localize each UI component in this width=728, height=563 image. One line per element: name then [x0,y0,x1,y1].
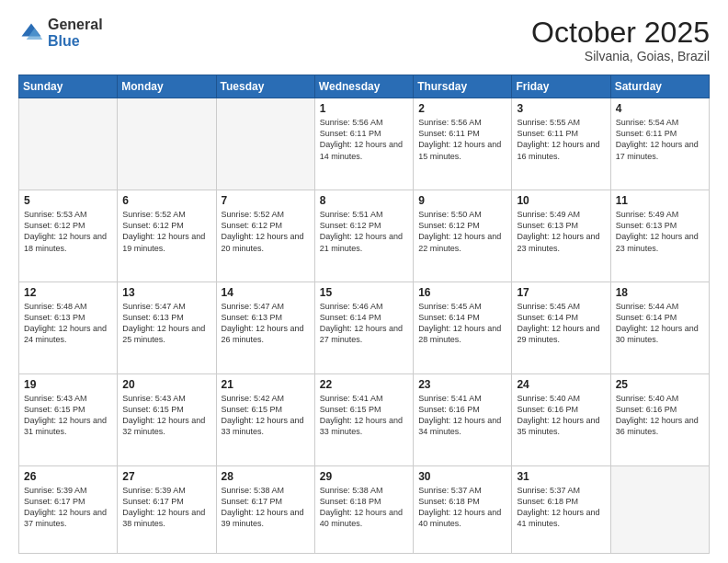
day-info: Sunrise: 5:40 AM Sunset: 6:16 PM Dayligh… [616,393,704,438]
calendar-cell: 9Sunrise: 5:50 AM Sunset: 6:12 PM Daylig… [414,190,512,282]
calendar-cell: 6Sunrise: 5:52 AM Sunset: 6:12 PM Daylig… [118,190,216,282]
col-wednesday: Wednesday [314,75,413,98]
day-number: 14 [222,286,310,299]
day-info: Sunrise: 5:41 AM Sunset: 6:16 PM Dayligh… [418,393,506,438]
day-info: Sunrise: 5:43 AM Sunset: 6:15 PM Dayligh… [24,393,112,438]
logo: General Blue [18,17,103,49]
day-number: 30 [418,470,506,483]
day-info: Sunrise: 5:46 AM Sunset: 6:14 PM Dayligh… [320,301,408,346]
day-info: Sunrise: 5:45 AM Sunset: 6:14 PM Dayligh… [517,301,605,346]
day-number: 29 [320,470,408,483]
day-info: Sunrise: 5:52 AM Sunset: 6:12 PM Dayligh… [122,209,210,254]
day-number: 11 [616,194,704,207]
day-number: 15 [320,286,408,299]
day-number: 28 [222,470,310,483]
day-info: Sunrise: 5:37 AM Sunset: 6:18 PM Dayligh… [418,485,506,530]
col-saturday: Saturday [610,75,709,98]
day-number: 26 [24,470,112,483]
logo-icon [18,20,44,46]
calendar-cell: 30Sunrise: 5:37 AM Sunset: 6:18 PM Dayli… [414,465,512,553]
calendar-cell: 4Sunrise: 5:54 AM Sunset: 6:11 PM Daylig… [610,98,709,190]
day-info: Sunrise: 5:50 AM Sunset: 6:12 PM Dayligh… [418,209,506,254]
day-info: Sunrise: 5:47 AM Sunset: 6:13 PM Dayligh… [122,301,210,346]
calendar-cell: 31Sunrise: 5:37 AM Sunset: 6:18 PM Dayli… [512,465,610,553]
day-number: 19 [24,378,112,391]
day-info: Sunrise: 5:56 AM Sunset: 6:11 PM Dayligh… [418,117,506,162]
day-number: 1 [320,102,408,115]
calendar-cell: 7Sunrise: 5:52 AM Sunset: 6:12 PM Daylig… [216,190,314,282]
day-info: Sunrise: 5:39 AM Sunset: 6:17 PM Dayligh… [122,485,210,530]
calendar-cell: 2Sunrise: 5:56 AM Sunset: 6:11 PM Daylig… [414,98,512,190]
calendar-cell: 12Sunrise: 5:48 AM Sunset: 6:13 PM Dayli… [19,282,118,374]
calendar-cell: 15Sunrise: 5:46 AM Sunset: 6:14 PM Dayli… [314,282,413,374]
day-info: Sunrise: 5:37 AM Sunset: 6:18 PM Dayligh… [517,485,605,530]
day-number: 27 [122,470,210,483]
day-info: Sunrise: 5:55 AM Sunset: 6:11 PM Dayligh… [517,117,605,162]
calendar-cell: 22Sunrise: 5:41 AM Sunset: 6:15 PM Dayli… [314,374,413,466]
calendar-cell: 26Sunrise: 5:39 AM Sunset: 6:17 PM Dayli… [19,465,118,553]
day-info: Sunrise: 5:42 AM Sunset: 6:15 PM Dayligh… [222,393,310,438]
calendar-cell: 13Sunrise: 5:47 AM Sunset: 6:13 PM Dayli… [118,282,216,374]
calendar-table: Sunday Monday Tuesday Wednesday Thursday… [18,75,710,554]
calendar-cell: 5Sunrise: 5:53 AM Sunset: 6:12 PM Daylig… [19,190,118,282]
calendar-cell: 19Sunrise: 5:43 AM Sunset: 6:15 PM Dayli… [19,374,118,466]
page: General Blue October 2025 Silvania, Goia… [0,0,728,563]
calendar-cell: 17Sunrise: 5:45 AM Sunset: 6:14 PM Dayli… [512,282,610,374]
day-info: Sunrise: 5:40 AM Sunset: 6:16 PM Dayligh… [517,393,605,438]
day-info: Sunrise: 5:38 AM Sunset: 6:17 PM Dayligh… [222,485,310,530]
day-info: Sunrise: 5:56 AM Sunset: 6:11 PM Dayligh… [320,117,408,162]
day-info: Sunrise: 5:49 AM Sunset: 6:13 PM Dayligh… [616,209,704,254]
calendar-cell [19,98,118,190]
calendar-cell: 1Sunrise: 5:56 AM Sunset: 6:11 PM Daylig… [314,98,413,190]
calendar-cell: 18Sunrise: 5:44 AM Sunset: 6:14 PM Dayli… [610,282,709,374]
calendar-cell: 29Sunrise: 5:38 AM Sunset: 6:18 PM Dayli… [314,465,413,553]
calendar-cell [610,465,709,553]
day-number: 31 [517,470,605,483]
day-number: 10 [517,194,605,207]
day-number: 24 [517,378,605,391]
calendar-cell: 23Sunrise: 5:41 AM Sunset: 6:16 PM Dayli… [414,374,512,466]
day-number: 21 [222,378,310,391]
day-info: Sunrise: 5:47 AM Sunset: 6:13 PM Dayligh… [222,301,310,346]
day-number: 7 [222,194,310,207]
calendar-cell: 11Sunrise: 5:49 AM Sunset: 6:13 PM Dayli… [610,190,709,282]
day-number: 9 [418,194,506,207]
day-info: Sunrise: 5:52 AM Sunset: 6:12 PM Dayligh… [222,209,310,254]
day-number: 23 [418,378,506,391]
day-number: 8 [320,194,408,207]
col-friday: Friday [512,75,610,98]
logo-text: General Blue [48,17,103,49]
calendar-cell: 27Sunrise: 5:39 AM Sunset: 6:17 PM Dayli… [118,465,216,553]
day-number: 17 [517,286,605,299]
day-number: 20 [122,378,210,391]
location-subtitle: Silvania, Goias, Brazil [531,49,710,63]
day-info: Sunrise: 5:54 AM Sunset: 6:11 PM Dayligh… [616,117,704,162]
calendar-cell: 25Sunrise: 5:40 AM Sunset: 6:16 PM Dayli… [610,374,709,466]
calendar-cell [216,98,314,190]
day-number: 5 [24,194,112,207]
calendar-cell: 20Sunrise: 5:43 AM Sunset: 6:15 PM Dayli… [118,374,216,466]
calendar-cell: 21Sunrise: 5:42 AM Sunset: 6:15 PM Dayli… [216,374,314,466]
col-sunday: Sunday [19,75,118,98]
month-title: October 2025 [531,17,710,49]
col-tuesday: Tuesday [216,75,314,98]
col-thursday: Thursday [414,75,512,98]
logo-blue: Blue [48,33,103,50]
day-number: 25 [616,378,704,391]
day-number: 13 [122,286,210,299]
calendar-cell: 24Sunrise: 5:40 AM Sunset: 6:16 PM Dayli… [512,374,610,466]
day-number: 22 [320,378,408,391]
day-info: Sunrise: 5:41 AM Sunset: 6:15 PM Dayligh… [320,393,408,438]
day-info: Sunrise: 5:44 AM Sunset: 6:14 PM Dayligh… [616,301,704,346]
calendar-cell [118,98,216,190]
calendar-cell: 16Sunrise: 5:45 AM Sunset: 6:14 PM Dayli… [414,282,512,374]
day-info: Sunrise: 5:53 AM Sunset: 6:12 PM Dayligh… [24,209,112,254]
day-number: 16 [418,286,506,299]
day-info: Sunrise: 5:51 AM Sunset: 6:12 PM Dayligh… [320,209,408,254]
calendar-cell: 3Sunrise: 5:55 AM Sunset: 6:11 PM Daylig… [512,98,610,190]
col-monday: Monday [118,75,216,98]
day-number: 18 [616,286,704,299]
header: General Blue October 2025 Silvania, Goia… [18,17,710,63]
day-number: 3 [517,102,605,115]
logo-general: General [48,17,103,33]
